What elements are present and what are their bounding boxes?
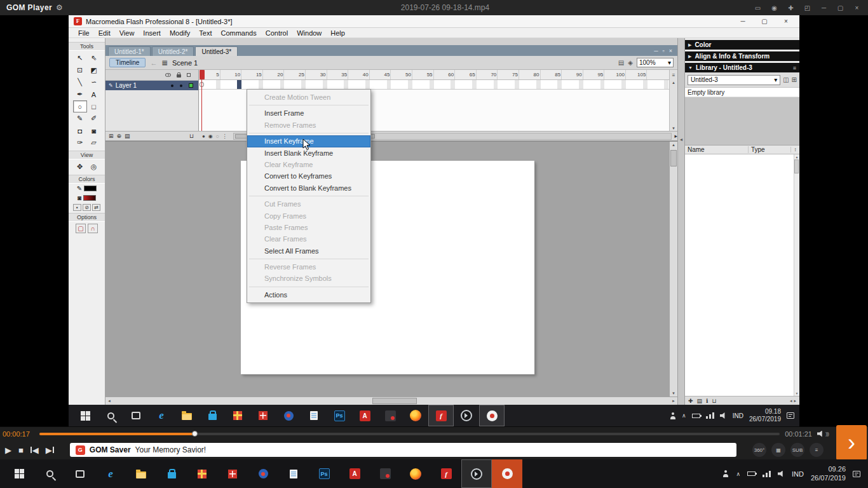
scroll-right-icon[interactable]: ► bbox=[672, 399, 675, 403]
context-item-cut-frames[interactable]: Cut Frames bbox=[247, 198, 370, 210]
new-library-panel-icon[interactable]: ⊞ bbox=[792, 76, 797, 83]
flash-close-button[interactable]: × bbox=[775, 16, 797, 27]
layer-frames-row[interactable] bbox=[199, 80, 677, 90]
taskbar-icon-notes-app[interactable] bbox=[301, 405, 327, 426]
doc-minimize-button[interactable]: ─ bbox=[654, 48, 658, 54]
volume-control[interactable]: ))) bbox=[817, 431, 829, 437]
context-item-insert-frame[interactable]: Insert Frame bbox=[247, 107, 370, 119]
panel-splitter[interactable]: ◂ bbox=[677, 38, 685, 405]
menu-insert[interactable]: Insert bbox=[139, 29, 165, 37]
seek-thumb[interactable] bbox=[192, 431, 198, 437]
onion-skin-icon-1[interactable]: ◉ bbox=[208, 133, 213, 139]
scroll-down-icon[interactable]: ▼ bbox=[672, 126, 675, 130]
edit-symbols-icon[interactable]: ◈ bbox=[628, 59, 633, 66]
eraser-tool[interactable]: ▱ bbox=[87, 137, 101, 149]
back-arrow-icon[interactable]: ← bbox=[150, 59, 157, 67]
delete-item-icon[interactable]: ⊔ bbox=[712, 398, 716, 404]
context-item-convert-to-keyframes[interactable]: Convert to Keyframes bbox=[247, 170, 370, 182]
menu-view[interactable]: View bbox=[115, 29, 139, 37]
panel-menu-icon[interactable]: ≡ bbox=[793, 65, 796, 71]
menu-window[interactable]: Window bbox=[292, 29, 326, 37]
play-button[interactable]: ▶ bbox=[5, 445, 11, 455]
action-center-icon[interactable] bbox=[853, 471, 860, 477]
clock[interactable]: 09.26 26/07/2019 bbox=[811, 465, 846, 482]
brush-tool[interactable]: ✐ bbox=[87, 112, 101, 125]
hand-tool[interactable]: ✥ bbox=[73, 161, 87, 173]
taskbar-icon-gom-player[interactable] bbox=[454, 405, 479, 426]
stage-vertical-scrollbar[interactable]: ▲ ▼ bbox=[669, 142, 677, 396]
stage-area[interactable]: ▲ ▼ bbox=[105, 141, 677, 396]
library-item-list[interactable]: ▲ ▼ bbox=[685, 154, 799, 396]
context-item-actions[interactable]: Actions bbox=[247, 289, 370, 301]
menu-commands[interactable]: Commands bbox=[216, 29, 261, 37]
show-hide-layers-icon[interactable] bbox=[165, 73, 171, 77]
context-item-clear-frames[interactable]: Clear Frames bbox=[247, 233, 370, 245]
context-item-reverse-frames[interactable]: Reverse Frames bbox=[247, 261, 370, 273]
battery-icon[interactable] bbox=[692, 414, 700, 418]
view-360-button[interactable]: 360° bbox=[752, 443, 766, 457]
pen-tool[interactable]: ✒ bbox=[73, 88, 87, 100]
gradient-transform-tool[interactable]: ◩ bbox=[87, 64, 101, 76]
scroll-down-icon[interactable]: ▼ bbox=[672, 391, 675, 395]
layer-visibility-dot[interactable] bbox=[171, 85, 173, 87]
language-indicator[interactable]: IND bbox=[792, 470, 804, 478]
onion-skin-icon-0[interactable]: ● bbox=[202, 133, 205, 139]
menu-text[interactable]: Text bbox=[194, 29, 216, 37]
zoom-select[interactable]: 100% ▾ bbox=[637, 58, 674, 67]
capture-button[interactable]: ▦ bbox=[771, 443, 785, 457]
gear-icon[interactable]: ⚙ bbox=[56, 3, 63, 12]
taskbar-icon-media-app[interactable] bbox=[370, 459, 400, 488]
timeline-vertical-scrollbar[interactable]: ▲ ▼ bbox=[669, 80, 677, 131]
stage-vscroll-thumb[interactable] bbox=[670, 150, 677, 166]
taskbar-icon-start[interactable] bbox=[4, 459, 34, 488]
layer-lock-dot[interactable] bbox=[180, 85, 182, 87]
control-settings-button[interactable]: ≡ bbox=[810, 443, 824, 457]
tab-untitled-3[interactable]: Untitled-3* bbox=[195, 46, 238, 56]
taskbar-icon-store[interactable] bbox=[200, 405, 225, 426]
context-item-copy-frames[interactable]: Copy Frames bbox=[247, 210, 370, 222]
zoom-tool[interactable]: ◎ bbox=[87, 161, 101, 173]
people-icon[interactable] bbox=[722, 470, 729, 477]
color-option-button-1[interactable]: ⊘ bbox=[83, 204, 91, 211]
scroll-up-icon[interactable]: ▲ bbox=[672, 81, 675, 85]
pin-library-icon[interactable]: ◫ bbox=[783, 76, 789, 83]
taskbar-icon-file-explorer[interactable] bbox=[126, 459, 156, 488]
outline-layers-icon[interactable] bbox=[187, 73, 191, 77]
lasso-tool[interactable]: ∽ bbox=[87, 76, 101, 88]
fullscreen-button[interactable]: ◰ bbox=[800, 3, 815, 13]
layer-row[interactable]: ✎ Layer 1 bbox=[105, 81, 198, 90]
taskbar-icon-edge[interactable]: e bbox=[149, 405, 174, 426]
context-item-remove-frames[interactable]: Remove Frames bbox=[247, 119, 370, 131]
context-item-synchronize-symbols[interactable]: Synchronize Symbols bbox=[247, 273, 370, 284]
new-symbol-icon[interactable]: ✚ bbox=[688, 398, 693, 404]
stage-horizontal-scrollbar[interactable]: ◄ ► bbox=[105, 396, 677, 405]
lock-layers-icon[interactable] bbox=[177, 74, 181, 78]
context-item-paste-frames[interactable]: Paste Frames bbox=[247, 222, 370, 233]
action-center-icon[interactable] bbox=[787, 412, 794, 419]
taskbar-icon-firefox[interactable] bbox=[400, 459, 431, 488]
motion-guide-icon[interactable]: ⊕ bbox=[117, 133, 122, 139]
tab-untitled-2[interactable]: Untitled-2* bbox=[152, 46, 194, 56]
taskbar-icon-gift-app[interactable] bbox=[225, 405, 250, 426]
taskbar-icon-grid-app[interactable] bbox=[217, 459, 248, 488]
taskbar-icon-gom-player[interactable] bbox=[461, 459, 492, 488]
edit-scene-icon[interactable]: ▤ bbox=[618, 59, 624, 66]
network-icon[interactable] bbox=[706, 412, 714, 419]
taskbar-icon-task-view[interactable] bbox=[123, 405, 149, 426]
taskbar-icon-adobe-app[interactable]: A bbox=[352, 405, 377, 426]
rectangle-tool[interactable]: □ bbox=[87, 100, 101, 112]
onion-skin-icon-2[interactable]: ◌ bbox=[216, 133, 219, 139]
taskbar-icon-edge[interactable]: e bbox=[95, 459, 126, 488]
tray-expand-icon[interactable]: ∧ bbox=[736, 471, 740, 477]
video-display-area[interactable]: F Macromedia Flash Professional 8 - [Unt… bbox=[69, 15, 799, 426]
tab-untitled-1[interactable]: Untitled-1* bbox=[108, 46, 151, 56]
pencil-tool[interactable]: ✎ bbox=[73, 112, 87, 125]
selection-tool[interactable]: ↖ bbox=[73, 52, 87, 64]
network-icon[interactable] bbox=[763, 471, 771, 477]
minimize-button[interactable]: ─ bbox=[817, 3, 831, 13]
doc-close-button[interactable]: × bbox=[669, 48, 672, 54]
ratio-button[interactable]: ◉ bbox=[767, 3, 782, 13]
taskbar-icon-gift-app[interactable] bbox=[187, 459, 217, 488]
open-file-button[interactable]: ✚ bbox=[783, 3, 798, 13]
taskbar-icon-flash[interactable]: f bbox=[428, 405, 454, 426]
